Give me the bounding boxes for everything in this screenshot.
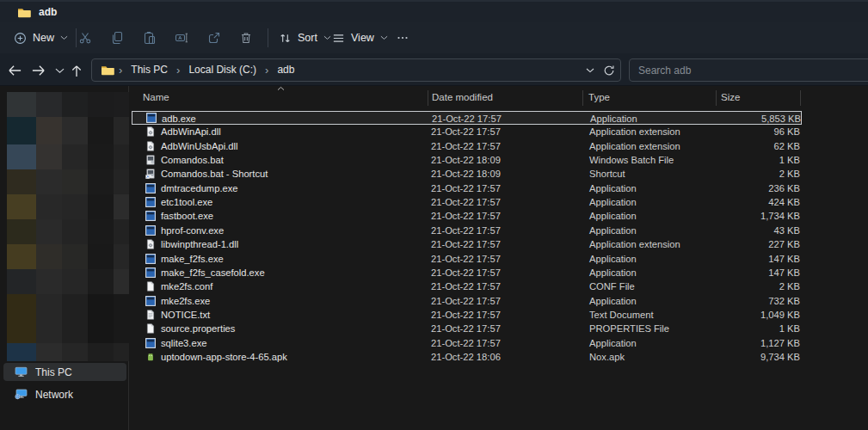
- breadcrumb-separator[interactable]: ›: [264, 60, 269, 80]
- new-button-label: New: [33, 32, 54, 44]
- file-date-modified: 21-Oct-22 17:57: [431, 237, 501, 251]
- file-date-modified: 21-Oct-22 17:57: [431, 252, 501, 266]
- file-row[interactable]: make_f2fs.exe21-Oct-22 17:57Application1…: [132, 252, 802, 266]
- paste-button[interactable]: [137, 27, 163, 49]
- file-row[interactable]: dmtracedump.exe21-Oct-22 17:57Applicatio…: [132, 181, 802, 195]
- file-date-modified: 21-Oct-22 17:57: [431, 294, 501, 308]
- censored-pixel-block: [7, 194, 36, 219]
- file-name: uptodown-app-store-4-65.apk: [161, 350, 287, 364]
- censored-pixel-block: [114, 144, 129, 169]
- file-row[interactable]: hprof-conv.exe21-Oct-22 17:57Application…: [132, 224, 802, 237]
- file-date-modified: 21-Oct-22 17:57: [431, 181, 501, 195]
- exe-file-icon: [145, 211, 156, 221]
- explorer-tab[interactable]: adb: [17, 3, 57, 21]
- breadcrumb-separator[interactable]: ›: [118, 60, 123, 80]
- censored-pixel-block: [7, 269, 36, 294]
- breadcrumb-item[interactable]: Local Disk (C:): [182, 59, 262, 81]
- sidebar-item-label: This PC: [35, 366, 72, 378]
- up-button[interactable]: [66, 61, 87, 80]
- chevron-down-icon: [55, 68, 65, 74]
- sidebar-censored-mosaic[interactable]: [7, 92, 129, 361]
- address-bar[interactable]: ›This PC›Local Disk (C:)›adb: [91, 58, 621, 82]
- file-size: 424 KB: [648, 195, 800, 209]
- rename-button[interactable]: [169, 27, 194, 49]
- censored-pixel-block: [114, 219, 129, 244]
- scissors-icon: [78, 31, 92, 45]
- file-row[interactable]: NOTICE.txt21-Oct-22 17:57Text Document1,…: [132, 308, 802, 322]
- file-row[interactable]: mke2fs.exe21-Oct-22 17:57Application732 …: [132, 294, 802, 308]
- file-row[interactable]: adb.exe21-Oct-22 17:57Application5,853 K…: [132, 111, 802, 125]
- file-row[interactable]: mke2fs.conf21-Oct-22 17:57CONF File2 KB: [132, 280, 802, 293]
- clipboard-paste-icon: [143, 31, 157, 45]
- file-name: AdbWinUsbApi.dll: [161, 139, 238, 153]
- censored-pixel-block: [7, 343, 36, 361]
- forward-button[interactable]: [28, 61, 48, 80]
- share-icon: [207, 31, 221, 45]
- file-row[interactable]: make_f2fs_casefold.exe21-Oct-22 17:57App…: [132, 266, 802, 280]
- file-date-modified: 21-Oct-22 17:57: [431, 322, 501, 335]
- breadcrumb-separator[interactable]: ›: [175, 60, 181, 80]
- sidebar-item-network[interactable]: Network: [3, 385, 126, 403]
- breadcrumb-item[interactable]: adb: [271, 59, 300, 81]
- exe-file-icon: [145, 197, 156, 207]
- view-button[interactable]: View: [325, 27, 395, 49]
- bat-file-icon: [145, 155, 156, 165]
- file-row[interactable]: source.properties21-Oct-22 17:57PROPERTI…: [132, 322, 802, 335]
- back-button[interactable]: [4, 61, 25, 80]
- file-row[interactable]: fastboot.exe21-Oct-22 17:57Application1,…: [132, 209, 802, 223]
- sidebar-item-this-pc[interactable]: This PC: [3, 363, 126, 381]
- rename-icon: [175, 31, 188, 45]
- file-type: Application: [589, 266, 637, 280]
- file-name: fastboot.exe: [161, 209, 213, 223]
- censored-pixel-block: [62, 144, 88, 169]
- file-size: 2 KB: [648, 167, 800, 181]
- file-row[interactable]: Comandos.bat21-Oct-22 18:09Windows Batch…: [132, 153, 802, 167]
- file-type: CONF File: [589, 280, 635, 293]
- file-size: 62 KB: [648, 139, 800, 153]
- censored-pixel-block: [36, 194, 62, 219]
- file-size: 732 KB: [648, 294, 800, 308]
- tab-title: adb: [39, 6, 57, 18]
- breadcrumb-item[interactable]: This PC: [125, 59, 174, 81]
- file-row[interactable]: AdbWinApi.dll21-Oct-22 17:57Application …: [132, 125, 802, 138]
- censored-pixel-block: [114, 194, 129, 219]
- dll-file-icon: [145, 239, 156, 249]
- new-button[interactable]: New: [7, 27, 75, 49]
- trash-icon: [239, 31, 253, 45]
- more-options-button[interactable]: [390, 27, 416, 49]
- plus-circle-icon: [14, 32, 27, 45]
- file-row[interactable]: libwinpthread-1.dll21-Oct-22 17:57Applic…: [132, 237, 802, 251]
- censored-pixel-block: [88, 244, 114, 269]
- txt-file-icon: [145, 310, 156, 320]
- file-pane: Name Date modified Type Size adb.exe21-O…: [130, 86, 868, 430]
- shortcut-file-icon: [145, 169, 156, 179]
- file-size: 5,853 KB: [649, 112, 801, 126]
- toolbar-separator: [268, 28, 268, 47]
- search-input[interactable]: [630, 59, 868, 81]
- file-row[interactable]: sqlite3.exe21-Oct-22 17:57Application1,1…: [132, 336, 802, 350]
- file-row[interactable]: etc1tool.exe21-Oct-22 17:57Application42…: [132, 195, 802, 209]
- arrow-left-icon: [8, 64, 22, 77]
- apk-file-icon: [145, 352, 156, 362]
- cut-button[interactable]: [72, 27, 98, 49]
- delete-button[interactable]: [233, 27, 259, 49]
- censored-pixel-block: [62, 117, 88, 144]
- file-row[interactable]: Comandos.bat - Shortcut21-Oct-22 18:09Sh…: [132, 167, 802, 181]
- censored-pixel-block: [88, 144, 114, 169]
- file-name: source.properties: [161, 322, 235, 335]
- share-button[interactable]: [201, 27, 227, 49]
- file-row[interactable]: uptodown-app-store-4-65.apk21-Oct-22 18:…: [132, 350, 802, 364]
- file-row[interactable]: AdbWinUsbApi.dll21-Oct-22 17:57Applicati…: [132, 139, 802, 153]
- copy-button[interactable]: [104, 27, 130, 49]
- copy-icon: [110, 31, 124, 45]
- file-size: 2 KB: [648, 280, 800, 293]
- refresh-button[interactable]: [603, 64, 615, 77]
- file-date-modified: 21-Oct-22 18:06: [431, 350, 501, 364]
- address-dropdown-button[interactable]: [586, 68, 594, 73]
- censored-pixel-block: [7, 92, 36, 117]
- censored-pixel-block: [88, 194, 114, 219]
- file-size: 1,127 KB: [648, 336, 800, 350]
- censored-pixel-block: [114, 343, 129, 361]
- exe-file-icon: [146, 113, 157, 123]
- sort-arrows-icon: [279, 32, 292, 45]
